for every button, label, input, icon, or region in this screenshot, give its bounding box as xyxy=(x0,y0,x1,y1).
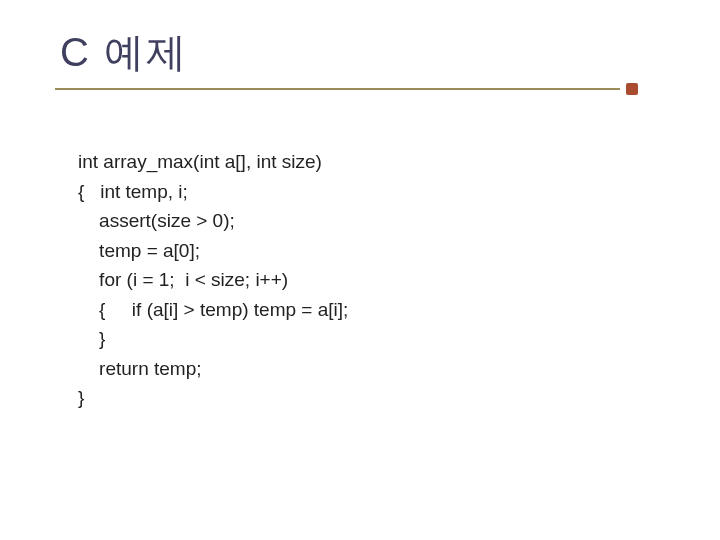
code-line-5: for (i = 1; i < size; i++) xyxy=(78,269,288,290)
code-line-1: int array_max(int a[], int size) xyxy=(78,151,322,172)
code-line-9: } xyxy=(78,387,84,408)
slide-title: C 예제 xyxy=(60,25,188,80)
slide-container: C 예제 int array_max(int a[], int size) { … xyxy=(0,0,720,540)
code-line-6: { if (a[i] > temp) temp = a[i]; xyxy=(78,299,348,320)
code-line-7: } xyxy=(78,328,105,349)
code-line-2: { int temp, i; xyxy=(78,181,188,202)
code-line-3: assert(size > 0); xyxy=(78,210,235,231)
code-line-4: temp = a[0]; xyxy=(78,240,200,261)
title-divider xyxy=(55,88,620,90)
code-block: int array_max(int a[], int size) { int t… xyxy=(78,118,670,442)
code-line-8: return temp; xyxy=(78,358,202,379)
title-row: C 예제 xyxy=(60,25,670,80)
